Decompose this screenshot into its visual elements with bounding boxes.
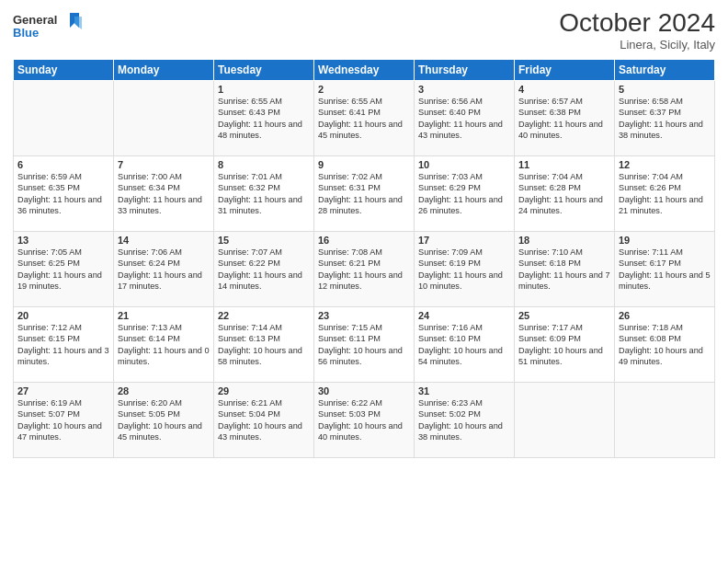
day-number: 22 [218, 310, 310, 321]
day-number: 5 [619, 84, 711, 95]
day-info: Sunrise: 6:19 AM Sunset: 5:07 PM Dayligh… [17, 397, 109, 443]
day-number: 29 [218, 385, 310, 396]
day-number: 15 [218, 235, 310, 246]
day-number: 20 [17, 310, 109, 321]
table-row: 26Sunrise: 7:18 AM Sunset: 6:08 PM Dayli… [615, 306, 715, 382]
day-number: 21 [118, 310, 210, 321]
day-info: Sunrise: 7:16 AM Sunset: 6:10 PM Dayligh… [418, 322, 510, 368]
day-number: 12 [619, 159, 711, 170]
day-info: Sunrise: 6:56 AM Sunset: 6:40 PM Dayligh… [418, 96, 510, 142]
table-row: 24Sunrise: 7:16 AM Sunset: 6:10 PM Dayli… [415, 306, 515, 382]
table-row: 9Sunrise: 7:02 AM Sunset: 6:31 PM Daylig… [314, 155, 415, 231]
day-info: Sunrise: 7:12 AM Sunset: 6:15 PM Dayligh… [17, 322, 109, 368]
day-info: Sunrise: 7:04 AM Sunset: 6:26 PM Dayligh… [619, 171, 711, 217]
table-row: 12Sunrise: 7:04 AM Sunset: 6:26 PM Dayli… [615, 155, 715, 231]
day-number: 6 [17, 159, 109, 170]
table-row: 3Sunrise: 6:56 AM Sunset: 6:40 PM Daylig… [415, 80, 515, 155]
day-number: 23 [318, 310, 410, 321]
calendar-week-row: 1Sunrise: 6:55 AM Sunset: 6:43 PM Daylig… [14, 80, 715, 155]
calendar-week-row: 20Sunrise: 7:12 AM Sunset: 6:15 PM Dayli… [14, 306, 715, 382]
table-row: 27Sunrise: 6:19 AM Sunset: 5:07 PM Dayli… [14, 382, 114, 457]
day-info: Sunrise: 7:15 AM Sunset: 6:11 PM Dayligh… [318, 322, 410, 368]
table-row: 16Sunrise: 7:08 AM Sunset: 6:21 PM Dayli… [314, 231, 415, 306]
day-number: 17 [418, 235, 510, 246]
day-number: 18 [518, 235, 610, 246]
col-saturday: Saturday [615, 59, 715, 80]
table-row: 13Sunrise: 7:05 AM Sunset: 6:25 PM Dayli… [14, 231, 114, 306]
day-number: 19 [619, 235, 711, 246]
day-info: Sunrise: 6:59 AM Sunset: 6:35 PM Dayligh… [17, 171, 109, 217]
table-row [114, 80, 214, 155]
day-number: 13 [17, 235, 109, 246]
col-tuesday: Tuesday [214, 59, 314, 80]
col-wednesday: Wednesday [314, 59, 415, 80]
day-info: Sunrise: 7:08 AM Sunset: 6:21 PM Dayligh… [318, 247, 410, 293]
day-number: 25 [518, 310, 610, 321]
svg-marker-3 [74, 17, 82, 29]
day-info: Sunrise: 7:05 AM Sunset: 6:25 PM Dayligh… [17, 247, 109, 293]
header: General Blue October 2024 Linera, Sicily… [13, 9, 715, 52]
table-row: 7Sunrise: 7:00 AM Sunset: 6:34 PM Daylig… [114, 155, 214, 231]
table-row: 28Sunrise: 6:20 AM Sunset: 5:05 PM Dayli… [114, 382, 214, 457]
day-info: Sunrise: 7:06 AM Sunset: 6:24 PM Dayligh… [118, 247, 210, 293]
table-row [14, 80, 114, 155]
logo: General Blue [13, 9, 86, 46]
day-number: 1 [218, 84, 310, 95]
table-row: 22Sunrise: 7:14 AM Sunset: 6:13 PM Dayli… [214, 306, 314, 382]
page: General Blue October 2024 Linera, Sicily… [0, 0, 728, 563]
col-sunday: Sunday [14, 59, 114, 80]
day-info: Sunrise: 6:58 AM Sunset: 6:37 PM Dayligh… [619, 96, 711, 142]
day-info: Sunrise: 7:04 AM Sunset: 6:28 PM Dayligh… [518, 171, 610, 217]
table-row: 8Sunrise: 7:01 AM Sunset: 6:32 PM Daylig… [214, 155, 314, 231]
day-number: 10 [418, 159, 510, 170]
table-row: 5Sunrise: 6:58 AM Sunset: 6:37 PM Daylig… [615, 80, 715, 155]
table-row: 11Sunrise: 7:04 AM Sunset: 6:28 PM Dayli… [515, 155, 615, 231]
day-number: 11 [518, 159, 610, 170]
day-number: 31 [418, 385, 510, 396]
col-friday: Friday [515, 59, 615, 80]
location-subtitle: Linera, Sicily, Italy [559, 38, 715, 52]
table-row: 23Sunrise: 7:15 AM Sunset: 6:11 PM Dayli… [314, 306, 415, 382]
day-info: Sunrise: 7:07 AM Sunset: 6:22 PM Dayligh… [218, 247, 310, 293]
day-number: 14 [118, 235, 210, 246]
day-info: Sunrise: 6:55 AM Sunset: 6:43 PM Dayligh… [218, 96, 310, 142]
table-row: 30Sunrise: 6:22 AM Sunset: 5:03 PM Dayli… [314, 382, 415, 457]
day-info: Sunrise: 6:21 AM Sunset: 5:04 PM Dayligh… [218, 397, 310, 443]
day-info: Sunrise: 7:18 AM Sunset: 6:08 PM Dayligh… [619, 322, 711, 368]
col-monday: Monday [114, 59, 214, 80]
day-number: 3 [418, 84, 510, 95]
table-row [515, 382, 615, 457]
day-info: Sunrise: 7:11 AM Sunset: 6:17 PM Dayligh… [619, 247, 711, 293]
table-row: 18Sunrise: 7:10 AM Sunset: 6:18 PM Dayli… [515, 231, 615, 306]
day-info: Sunrise: 7:01 AM Sunset: 6:32 PM Dayligh… [218, 171, 310, 217]
table-row: 21Sunrise: 7:13 AM Sunset: 6:14 PM Dayli… [114, 306, 214, 382]
day-number: 9 [318, 159, 410, 170]
table-row: 2Sunrise: 6:55 AM Sunset: 6:41 PM Daylig… [314, 80, 415, 155]
table-row: 14Sunrise: 7:06 AM Sunset: 6:24 PM Dayli… [114, 231, 214, 306]
day-info: Sunrise: 7:09 AM Sunset: 6:19 PM Dayligh… [418, 247, 510, 293]
day-info: Sunrise: 7:14 AM Sunset: 6:13 PM Dayligh… [218, 322, 310, 368]
calendar-week-row: 27Sunrise: 6:19 AM Sunset: 5:07 PM Dayli… [14, 382, 715, 457]
day-info: Sunrise: 6:22 AM Sunset: 5:03 PM Dayligh… [318, 397, 410, 443]
title-block: October 2024 Linera, Sicily, Italy [559, 9, 715, 52]
table-row: 17Sunrise: 7:09 AM Sunset: 6:19 PM Dayli… [415, 231, 515, 306]
day-info: Sunrise: 7:13 AM Sunset: 6:14 PM Dayligh… [118, 322, 210, 368]
day-number: 8 [218, 159, 310, 170]
table-row: 20Sunrise: 7:12 AM Sunset: 6:15 PM Dayli… [14, 306, 114, 382]
table-row: 6Sunrise: 6:59 AM Sunset: 6:35 PM Daylig… [14, 155, 114, 231]
day-number: 7 [118, 159, 210, 170]
month-title: October 2024 [559, 9, 715, 38]
table-row: 10Sunrise: 7:03 AM Sunset: 6:29 PM Dayli… [415, 155, 515, 231]
table-row: 25Sunrise: 7:17 AM Sunset: 6:09 PM Dayli… [515, 306, 615, 382]
logo-text: General Blue [13, 9, 86, 46]
day-info: Sunrise: 6:55 AM Sunset: 6:41 PM Dayligh… [318, 96, 410, 142]
calendar-week-row: 13Sunrise: 7:05 AM Sunset: 6:25 PM Dayli… [14, 231, 715, 306]
day-info: Sunrise: 7:17 AM Sunset: 6:09 PM Dayligh… [518, 322, 610, 368]
table-row: 19Sunrise: 7:11 AM Sunset: 6:17 PM Dayli… [615, 231, 715, 306]
calendar-week-row: 6Sunrise: 6:59 AM Sunset: 6:35 PM Daylig… [14, 155, 715, 231]
calendar-table: Sunday Monday Tuesday Wednesday Thursday… [13, 59, 715, 458]
day-number: 28 [118, 385, 210, 396]
day-info: Sunrise: 7:03 AM Sunset: 6:29 PM Dayligh… [418, 171, 510, 217]
table-row [615, 382, 715, 457]
table-row: 31Sunrise: 6:23 AM Sunset: 5:02 PM Dayli… [415, 382, 515, 457]
